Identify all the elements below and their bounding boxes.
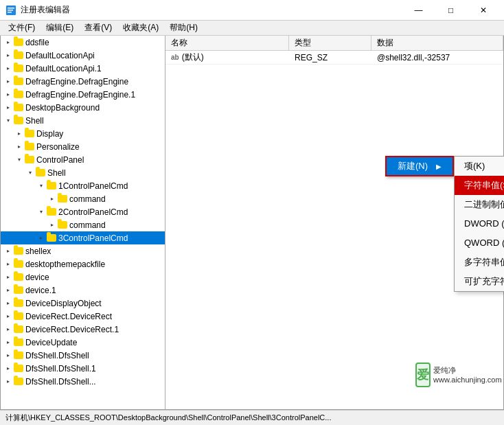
tree-toggle-icon: ▸ <box>47 220 57 230</box>
tree-item-2controlpanelcmd[interactable]: ▾2ControlPanelCmd <box>1 205 165 218</box>
cell-name-text: (默认) <box>182 51 204 63</box>
tree-item-label: device <box>25 273 49 282</box>
col-header-name: 名称 <box>165 36 289 50</box>
tree-toggle-icon: ▸ <box>3 338 13 347</box>
tree-item-label: ControlPanel <box>36 155 84 165</box>
submenu-item-dword_value[interactable]: DWORD (32 位值(D) <box>455 214 504 233</box>
watermark-site: www.aichunjing.com <box>433 375 502 384</box>
minimize-button[interactable]: — <box>403 0 434 21</box>
main-container: ▸ddsfile▸DefaultLocationApi▸DefaultLocat… <box>0 36 504 410</box>
tree-toggle-icon: ▸ <box>3 90 13 100</box>
tree-toggle-icon: ▸ <box>3 103 13 113</box>
tree-item-command2[interactable]: ▸command <box>1 218 165 231</box>
tree-item-label: 1ControlPanelCmd <box>58 181 128 191</box>
context-menu: 新建(N) ▶ 项(K)字符串值(S)二进制制值(B)DWORD (32 位值(… <box>385 156 454 176</box>
tree-item-defaultlocationapi1[interactable]: ▸DefaultLocationApi.1 <box>1 62 165 75</box>
watermark: 爱 爱纯净 www.aichunjing.com <box>415 361 498 389</box>
tree-item-dfsshell[interactable]: ▸DfsShell.DfsShell <box>1 349 165 362</box>
submenu-item-qword_value[interactable]: QWORD (64 位值(Q) <box>455 233 504 253</box>
tree-item-label: command <box>69 194 106 204</box>
submenu-item-binary_value[interactable]: 二进制制值(B) <box>455 195 504 214</box>
submenu-item-multi_string[interactable]: 多字符串值(M) <box>455 253 504 272</box>
tree-toggle-icon: ▸ <box>14 129 24 139</box>
new-button[interactable]: 新建(N) ▶ <box>385 156 454 176</box>
tree-item-label: DeviceUpdate <box>25 338 77 347</box>
svg-rect-3 <box>8 12 12 13</box>
folder-icon <box>13 285 24 296</box>
table-row[interactable]: ab (默认) REG_SZ @shell32.dll,-32537 <box>165 51 503 65</box>
tree-item-dfsshell1[interactable]: ▸DfsShell.DfsShell.1 <box>1 362 165 375</box>
tree-item-devicerect[interactable]: ▸DeviceRect.DeviceRect <box>1 310 165 323</box>
tree-item-1controlpanelcmd[interactable]: ▾1ControlPanelCmd <box>1 179 165 192</box>
tree-item-defaultlocationapi[interactable]: ▸DefaultLocationApi <box>1 49 165 62</box>
watermark-brand: 爱纯净 <box>433 365 502 375</box>
submenu-item-expandable_string[interactable]: 可扩充字符串值(E) <box>455 272 504 291</box>
tree-item-shellex[interactable]: ▸shellex <box>1 244 165 257</box>
tree-panel[interactable]: ▸ddsfile▸DefaultLocationApi▸DefaultLocat… <box>1 36 165 409</box>
cell-data: @shell32.dll,-32537 <box>371 53 503 62</box>
tree-item-personalize[interactable]: ▸Personalize <box>1 140 165 153</box>
tree-item-devicerect1[interactable]: ▸DeviceRect.DeviceRect.1 <box>1 323 165 336</box>
tree-item-label: DeviceRect.DeviceRect.1 <box>25 325 119 334</box>
tree-item-display[interactable]: ▸Display <box>1 127 165 140</box>
folder-icon <box>13 337 24 348</box>
close-button[interactable]: ✕ <box>468 0 499 21</box>
folder-icon <box>13 37 24 48</box>
tree-item-deviceupdate[interactable]: ▸DeviceUpdate <box>1 336 165 349</box>
window-title: 注册表编辑器 <box>21 4 403 16</box>
tree-item-ddsfile[interactable]: ▸ddsfile <box>1 36 165 49</box>
tree-item-label: DefaultLocationApi.1 <box>25 64 102 73</box>
folder-icon <box>35 168 46 179</box>
tree-toggle-icon: ▸ <box>3 51 13 60</box>
tree-item-label: DefragEngine.DefragEngine.1 <box>25 90 135 100</box>
watermark-logo: 爱 <box>415 363 431 387</box>
tree-item-device1[interactable]: ▸device.1 <box>1 284 165 297</box>
tree-toggle-icon: ▸ <box>14 142 24 152</box>
tree-item-label: DefaultLocationApi <box>25 51 95 60</box>
tree-item-shell2[interactable]: ▾Shell <box>1 166 165 179</box>
tree-toggle-icon: ▸ <box>3 299 13 308</box>
folder-icon <box>24 128 35 139</box>
tree-item-command1[interactable]: ▸command <box>1 192 165 205</box>
submenu-item-item[interactable]: 项(K) <box>455 157 504 176</box>
new-button-label: 新建(N) <box>398 160 428 172</box>
new-button-arrow: ▶ <box>436 163 442 170</box>
svg-rect-2 <box>8 10 13 11</box>
tree-toggle-icon: ▾ <box>3 116 13 126</box>
menu-edit[interactable]: 编辑(E) <box>41 21 79 35</box>
maximize-button[interactable]: □ <box>435 0 466 21</box>
folder-icon <box>13 363 24 374</box>
tree-item-device[interactable]: ▸device <box>1 271 165 284</box>
submenu-item-string_value[interactable]: 字符串值(S) <box>455 176 504 195</box>
tree-toggle-icon: ▸ <box>3 286 13 295</box>
tree-toggle-icon: ▾ <box>36 181 46 191</box>
submenu: 项(K)字符串值(S)二进制制值(B)DWORD (32 位值(D)QWORD … <box>454 156 504 292</box>
tree-item-defragengine[interactable]: ▸DefragEngine.DefragEngine <box>1 75 165 88</box>
folder-icon <box>57 194 68 205</box>
tree-item-label: DesktopBackground <box>25 103 100 113</box>
tree-item-shell[interactable]: ▾Shell <box>1 114 165 127</box>
tree-item-label: Shell <box>25 116 44 126</box>
tree-item-dfsshellx[interactable]: ▸DfsShell.DfsShell... <box>1 375 165 388</box>
tree-item-controlpanel[interactable]: ▾ControlPanel <box>1 153 165 166</box>
tree-item-desktopthemepackfile[interactable]: ▸desktopthemepackfile <box>1 257 165 271</box>
tree-item-desktopbackground[interactable]: ▸DesktopBackground <box>1 101 165 114</box>
tree-item-defragengine1[interactable]: ▸DefragEngine.DefragEngine.1 <box>1 88 165 101</box>
tree-item-label: DefragEngine.DefragEngine <box>25 77 128 87</box>
tree-item-devicedisplayobject[interactable]: ▸DeviceDisplayObject <box>1 297 165 310</box>
menu-view[interactable]: 查看(V) <box>79 21 117 35</box>
folder-icon <box>13 89 24 100</box>
menu-file[interactable]: 文件(F) <box>3 21 41 35</box>
folder-icon <box>13 246 24 257</box>
menu-help[interactable]: 帮助(H) <box>164 21 203 35</box>
tree-item-label: 3ControlPanelCmd <box>58 233 128 243</box>
folder-icon <box>24 154 35 165</box>
tree-item-3controlpanelcmd[interactable]: ▸3ControlPanelCmd <box>1 231 165 244</box>
tree-toggle-icon: ▸ <box>3 38 13 47</box>
tree-toggle-icon: ▸ <box>3 377 13 387</box>
tree-toggle-icon: ▸ <box>3 273 13 282</box>
app-icon <box>5 5 16 16</box>
table-body: ab (默认) REG_SZ @shell32.dll,-32537 <box>165 51 503 409</box>
menu-bar: 文件(F) 编辑(E) 查看(V) 收藏夹(A) 帮助(H) <box>0 21 504 36</box>
menu-favorites[interactable]: 收藏夹(A) <box>117 21 164 35</box>
